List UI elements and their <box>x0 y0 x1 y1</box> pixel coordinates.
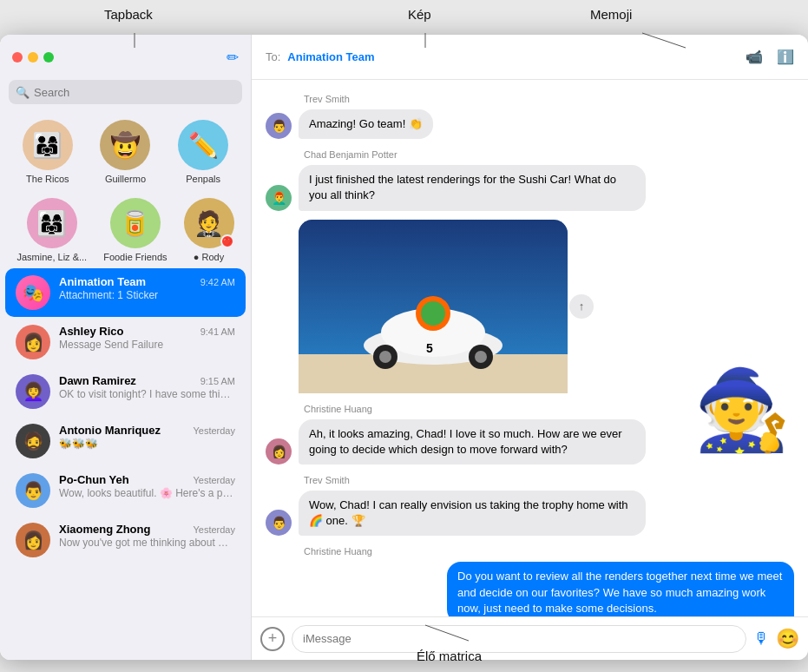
conv-item-xiaomeng-zhong[interactable]: 👩 Xiaomeng Zhong Yesterday Now you've go… <box>5 516 246 564</box>
msg4-bubble: Wow, Chad! I can really envision us taki… <box>299 491 646 536</box>
animation-team-name: Animation Team <box>59 275 146 288</box>
chat-recipient-name[interactable]: Animation Team <box>287 50 739 63</box>
pochun-name: Po-Chun Yeh <box>59 473 129 486</box>
msg1-row: 👨 Amazing! Go team! 👏 <box>266 109 794 139</box>
msg3-avatar: 👩 <box>266 438 292 464</box>
pinned-contact-ricos[interactable]: 👨‍👩‍👧 The Ricos <box>23 120 73 184</box>
msg5-sender: Christine Huang <box>266 546 794 557</box>
dawn-ramirez-time: 9:15 AM <box>200 376 235 386</box>
car-svg: 5 <box>299 220 568 393</box>
ashley-rico-name: Ashley Rico <box>59 325 123 338</box>
msg2-sender: Chad Benjamin Potter <box>266 149 794 160</box>
animation-team-avatar: 🎭 <box>16 275 50 310</box>
msg1-sender: Trev Smith <box>266 94 794 104</box>
memoji-label: Memoji <box>590 7 632 22</box>
msg1-avatar: 👨 <box>266 113 292 139</box>
dawn-ramirez-avatar: 👩‍🦱 <box>16 374 50 409</box>
msg5-row: Do you want to review all the renders to… <box>266 562 794 616</box>
msg5-bubble: Do you want to review all the renders to… <box>447 562 794 616</box>
xiaomeng-preview: Now you've got me thinking about my next… <box>59 537 235 549</box>
pinned-contact-guillermo[interactable]: 🤠 Guillermo <box>100 120 150 184</box>
svg-point-5 <box>421 301 445 326</box>
emoji-button[interactable]: 😊 <box>776 628 799 650</box>
sushi-car-image: GO! Zoom <box>299 220 568 393</box>
pochun-avatar: 👨 <box>16 473 50 508</box>
rody-badge: ❤️ <box>220 234 234 248</box>
pinned-contacts-row1: 👨‍👩‍👧 The Ricos 🤠 Guillermo ✏️ <box>0 111 251 189</box>
animation-team-info: Animation Team 9:42 AM Attachment: 1 Sti… <box>59 275 235 301</box>
app-window: ✏ 🔍 👨‍👩‍👧 The Ricos 🤠 <box>0 35 808 660</box>
video-call-icon[interactable]: 📹 <box>746 49 763 65</box>
antonio-avatar: 🧔 <box>16 424 50 458</box>
search-bar[interactable]: 🔍 <box>9 80 242 104</box>
sidebar-titlebar: ✏ <box>0 35 251 80</box>
antonio-preview: 🐝🐝🐝 <box>59 438 235 450</box>
svg-point-10 <box>475 351 487 363</box>
msg-group-2: Chad Benjamin Potter 👨‍🦰 I just finished… <box>266 149 794 392</box>
jasmine-name: Jasmine, Liz &... <box>16 252 87 262</box>
ashley-rico-info: Ashley Rico 9:41 AM Message Send Failure <box>59 325 235 351</box>
conv-item-ashley-rico[interactable]: 👩 Ashley Rico 9:41 AM Message Send Failu… <box>5 318 246 366</box>
conversation-list: 🎭 Animation Team 9:42 AM Attachment: 1 S… <box>0 267 251 660</box>
rody-name: ● Rody <box>194 252 224 262</box>
pochun-preview: Wow, looks beautiful. 🌸 Here's a photo o… <box>59 487 235 499</box>
conv-item-animation-team[interactable]: 🎭 Animation Team 9:42 AM Attachment: 1 S… <box>5 268 246 317</box>
ricos-name: The Ricos <box>26 174 69 184</box>
ashley-rico-avatar: 👩 <box>16 325 50 359</box>
msg4-row: 👨 Wow, Chad! I can really envision us ta… <box>266 491 794 536</box>
annotation-labels: Tapback Kép Memoji <box>0 0 808 35</box>
xiaomeng-name: Xiaomeng Zhong <box>59 523 150 536</box>
antonio-info: Antonio Manriquez Yesterday 🐝🐝🐝 <box>59 424 235 450</box>
dawn-ramirez-name: Dawn Ramirez <box>59 374 136 387</box>
pochun-time: Yesterday <box>193 475 235 485</box>
penpals-name: Penpals <box>186 174 220 184</box>
pinned-contact-foodie-friends[interactable]: 🥫 Foodie Friends <box>103 198 167 262</box>
compose-icon[interactable]: ✏ <box>227 49 239 67</box>
chat-header-icons: 📹 ℹ️ <box>746 49 794 65</box>
pinned-contact-jasmine[interactable]: 👩‍👩‍👧 Jasmine, Liz &... <box>16 198 87 262</box>
conv-item-dawn-ramirez[interactable]: 👩‍🦱 Dawn Ramirez 9:15 AM OK to visit ton… <box>5 367 246 416</box>
animation-team-preview: Attachment: 1 Sticker <box>59 289 235 301</box>
traffic-lights <box>12 52 54 63</box>
pinned-contacts-row2: 👩‍👩‍👧 Jasmine, Liz &... 🥫 Foodie Friends… <box>0 189 251 267</box>
conv-item-antonio-manriquez[interactable]: 🧔 Antonio Manriquez Yesterday 🐝🐝🐝 <box>5 417 246 465</box>
xiaomeng-info: Xiaomeng Zhong Yesterday Now you've got … <box>59 523 235 549</box>
info-icon[interactable]: ℹ️ <box>777 49 794 65</box>
dawn-ramirez-preview: OK to visit tonight? I have some things … <box>59 388 235 400</box>
search-input[interactable] <box>34 86 235 99</box>
conv-item-pochun-yeh[interactable]: 👨 Po-Chun Yeh Yesterday Wow, looks beaut… <box>5 466 246 515</box>
ashley-rico-preview: Message Send Failure <box>59 339 235 351</box>
msg3-bubble: Ah, it looks amazing, Chad! I love it so… <box>299 419 646 464</box>
pinned-contact-rody[interactable]: 🤵 ❤️ ● Rody <box>184 198 234 262</box>
sidebar: ✏ 🔍 👨‍👩‍👧 The Ricos 🤠 <box>0 35 252 660</box>
to-label: To: <box>266 50 280 63</box>
share-button[interactable]: ↑ <box>569 294 594 319</box>
minimize-button[interactable] <box>28 52 38 63</box>
memoji-character: 🧙 <box>693 365 791 456</box>
msg2-bubble: I just finished the latest renderings fo… <box>299 165 646 210</box>
msg2-row: 👨‍🦰 I just finished the latest rendering… <box>266 165 794 210</box>
message-input[interactable] <box>292 625 746 653</box>
ricos-avatar: 👨‍👩‍👧 <box>23 120 73 170</box>
antonio-name: Antonio Manriquez <box>59 424 161 437</box>
kep-label: Kép <box>408 7 431 22</box>
pinned-contact-penpals[interactable]: ✏️ Penpals <box>178 120 228 184</box>
msg1-bubble: Amazing! Go team! 👏 <box>299 109 433 139</box>
msg-group-5: Christine Huang Do you want to review al… <box>266 546 794 616</box>
msg4-avatar: 👨 <box>266 510 292 536</box>
msg2-avatar: 👨‍🦰 <box>266 185 292 211</box>
close-button[interactable] <box>12 52 23 63</box>
msg-group-4: Trev Smith 👨 Wow, Chad! I can really env… <box>266 475 794 536</box>
audio-record-button[interactable]: 🎙 <box>753 629 769 648</box>
chat-messages: Trev Smith 👨 Amazing! Go team! 👏 Chad Be… <box>252 80 808 616</box>
pochun-info: Po-Chun Yeh Yesterday Wow, looks beautif… <box>59 473 235 499</box>
antonio-time: Yesterday <box>193 425 235 436</box>
foodie-avatar: 🥫 <box>110 198 161 248</box>
xiaomeng-avatar: 👩 <box>16 523 50 557</box>
svg-point-9 <box>379 351 391 363</box>
chat-area: To: Animation Team 📹 ℹ️ Trev Smith 👨 Ama… <box>252 35 808 660</box>
chat-header: To: Animation Team 📹 ℹ️ <box>252 35 808 80</box>
maximize-button[interactable] <box>43 52 54 63</box>
add-button[interactable]: + <box>260 627 285 651</box>
foodie-name: Foodie Friends <box>103 252 167 262</box>
